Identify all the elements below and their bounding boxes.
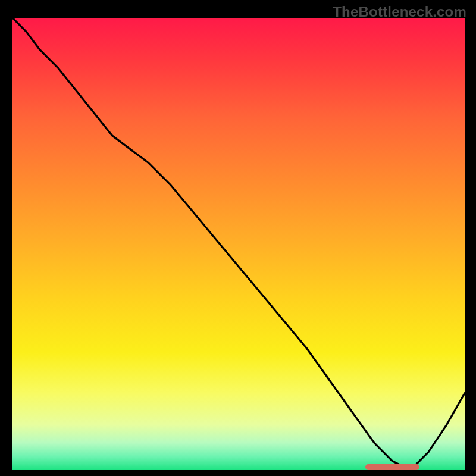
optimal-range-marker — [365, 464, 419, 470]
bottleneck-curve — [12, 18, 465, 470]
plot-area — [12, 18, 465, 470]
chart-wrapper: TheBottleneck.com — [0, 0, 476, 476]
watermark-text: TheBottleneck.com — [333, 4, 466, 20]
curve-path — [12, 18, 465, 470]
